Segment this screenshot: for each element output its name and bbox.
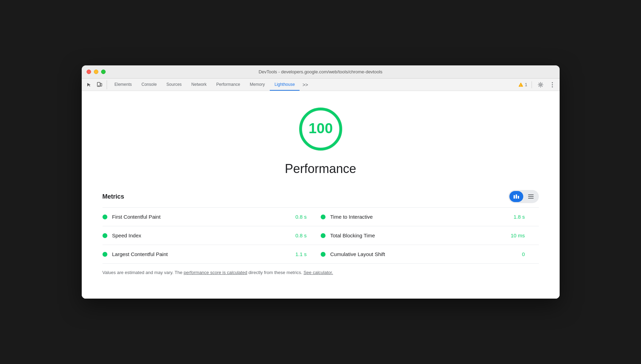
tab-memory[interactable]: Memory xyxy=(245,79,269,91)
score-circle: 100 xyxy=(296,105,345,153)
tab-more[interactable]: >> xyxy=(300,79,311,91)
more-options-icon[interactable] xyxy=(548,80,557,89)
svg-rect-1 xyxy=(100,83,102,86)
traffic-lights xyxy=(87,70,106,74)
metric-name-tti: Time to Interactive xyxy=(330,214,508,220)
devtools-toolbar: Elements Console Sources Network Perform… xyxy=(82,79,560,91)
metrics-header: Metrics xyxy=(103,190,539,203)
performance-score-link[interactable]: performance score is calculated xyxy=(184,270,247,275)
svg-rect-13 xyxy=(518,196,519,199)
see-calculator-link[interactable]: See calculator. xyxy=(303,270,333,275)
metric-item-fcp: First Contentful Paint 0.8 s xyxy=(103,214,321,220)
metric-dot-cls xyxy=(321,252,326,257)
toolbar-right: ! 1 xyxy=(518,80,557,89)
tab-sources[interactable]: Sources xyxy=(162,79,187,91)
inspect-icon[interactable] xyxy=(84,80,94,89)
minimize-button[interactable] xyxy=(94,70,98,74)
metric-value-tti: 1.8 s xyxy=(508,214,525,220)
svg-point-7 xyxy=(552,86,553,87)
metric-item-cls: Cumulative Layout Shift 0 xyxy=(321,251,539,257)
toolbar-divider xyxy=(532,81,532,88)
metric-dot-si xyxy=(103,233,107,238)
tab-console[interactable]: Console xyxy=(137,79,162,91)
metric-name-fcp: First Contentful Paint xyxy=(112,214,290,220)
metric-dot-tbt xyxy=(321,233,326,238)
metrics-grid: First Contentful Paint 0.8 s Time to Int… xyxy=(103,208,539,264)
metric-item-tbt: Total Blocking Time 10 ms xyxy=(321,233,539,238)
metric-item-si: Speed Index 0.8 s xyxy=(103,233,321,238)
tabs-list: Elements Console Sources Network Perform… xyxy=(110,79,517,91)
metric-name-si: Speed Index xyxy=(112,233,290,238)
metric-value-tbt: 10 ms xyxy=(508,233,525,238)
tab-lighthouse[interactable]: Lighthouse xyxy=(270,79,300,91)
settings-icon[interactable] xyxy=(536,80,545,89)
svg-point-6 xyxy=(552,84,553,85)
metric-name-lcp: Largest Contentful Paint xyxy=(112,251,290,257)
svg-rect-16 xyxy=(528,198,534,199)
window-title: DevTools - developers.google.com/web/too… xyxy=(259,69,383,74)
title-bar: DevTools - developers.google.com/web/too… xyxy=(82,65,560,79)
devtools-window: DevTools - developers.google.com/web/too… xyxy=(82,65,560,299)
svg-rect-11 xyxy=(514,195,515,199)
tab-network[interactable]: Network xyxy=(187,79,212,91)
table-row: First Contentful Paint 0.8 s Time to Int… xyxy=(103,208,539,226)
main-content: 100 Performance Metrics xyxy=(82,91,560,299)
metric-item-lcp: Largest Contentful Paint 1.1 s xyxy=(103,251,321,257)
toggle-list-view[interactable] xyxy=(524,191,538,202)
metric-name-tbt: Total Blocking Time xyxy=(330,233,508,238)
svg-text:!: ! xyxy=(520,84,521,86)
table-row: Largest Contentful Paint 1.1 s Cumulativ… xyxy=(103,245,539,264)
svg-rect-15 xyxy=(528,196,534,197)
metric-name-cls: Cumulative Layout Shift xyxy=(330,251,508,257)
svg-point-5 xyxy=(552,82,553,83)
metric-value-fcp: 0.8 s xyxy=(290,214,307,220)
tab-elements[interactable]: Elements xyxy=(110,79,137,91)
metric-dot-lcp xyxy=(103,252,107,257)
svg-rect-12 xyxy=(516,194,517,199)
view-toggle xyxy=(508,190,539,203)
device-icon[interactable] xyxy=(95,80,104,89)
close-button[interactable] xyxy=(87,70,91,74)
performance-title: Performance xyxy=(285,162,356,176)
metric-value-si: 0.8 s xyxy=(290,233,307,238)
svg-point-4 xyxy=(540,84,541,85)
warning-icon: ! xyxy=(518,82,524,88)
metric-dot-fcp xyxy=(103,215,107,219)
metrics-label: Metrics xyxy=(103,193,124,200)
warning-badge[interactable]: ! 1 xyxy=(518,82,527,88)
tab-performance[interactable]: Performance xyxy=(212,79,245,91)
metric-value-cls: 0 xyxy=(508,251,525,257)
svg-text:100: 100 xyxy=(308,120,332,136)
toolbar-icon-group xyxy=(84,80,107,89)
maximize-button[interactable] xyxy=(101,70,106,74)
metric-item-tti: Time to Interactive 1.8 s xyxy=(321,214,539,220)
metric-dot-tti xyxy=(321,215,326,219)
score-circle-container: 100 xyxy=(296,105,345,155)
metrics-footer: Values are estimated and may vary. The p… xyxy=(103,264,539,277)
metric-value-lcp: 1.1 s xyxy=(290,251,307,257)
toggle-bar-chart[interactable] xyxy=(509,191,523,202)
metrics-section: Metrics xyxy=(103,190,539,277)
devtools-container: Elements Console Sources Network Perform… xyxy=(82,79,560,299)
table-row: Speed Index 0.8 s Total Blocking Time 10… xyxy=(103,226,539,245)
svg-rect-14 xyxy=(528,194,534,195)
